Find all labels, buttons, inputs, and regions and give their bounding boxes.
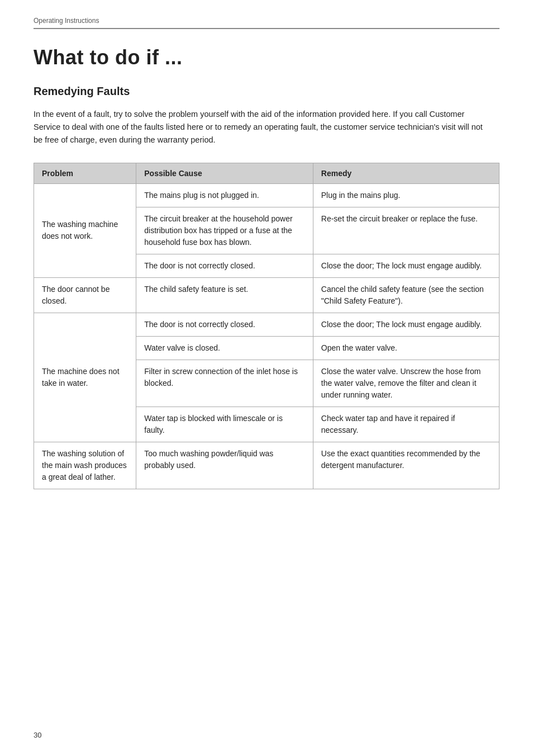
cause-cell: Filter in screw connection of the inlet … (136, 360, 313, 407)
cause-cell: The circuit breaker at the household pow… (136, 207, 313, 254)
cause-cell: Water valve is closed. (136, 336, 313, 360)
col-header-problem: Problem (34, 163, 136, 183)
page-title: What to do if ... (34, 46, 499, 69)
cause-cell: Water tap is blocked with limescale or i… (136, 407, 313, 442)
remedy-cell: Cancel the child safety feature (see the… (313, 277, 499, 313)
header-label: Operating Instructions (34, 17, 99, 25)
cause-cell: Too much washing powder/liquid was proba… (136, 442, 313, 489)
col-header-remedy: Remedy (313, 163, 499, 183)
remedy-cell: Plug in the mains plug. (313, 183, 499, 207)
cause-cell: The door is not correctly closed. (136, 313, 313, 336)
remedy-cell: Open the water valve. (313, 336, 499, 360)
fault-table: Problem Possible Cause Remedy The washin… (34, 163, 499, 489)
table-row: The washing solution of the main wash pr… (34, 442, 499, 489)
cause-cell: The child safety feature is set. (136, 277, 313, 313)
remedy-cell: Re-set the circuit breaker or replace th… (313, 207, 499, 254)
intro-paragraph: In the event of a fault, try to solve th… (34, 108, 492, 147)
table-row: The machine does not take in water.The d… (34, 313, 499, 336)
cause-cell: The door is not correctly closed. (136, 254, 313, 277)
page-header: Operating Instructions (34, 17, 499, 29)
remedy-cell: Close the door; The lock must engage aud… (313, 313, 499, 336)
cause-cell: The mains plug is not plugged in. (136, 183, 313, 207)
table-row: The washing machine does not work.The ma… (34, 183, 499, 207)
table-row: The door cannot be closed.The child safe… (34, 277, 499, 313)
remedy-cell: Use the exact quantities recommended by … (313, 442, 499, 489)
problem-cell: The door cannot be closed. (34, 277, 136, 313)
page: Operating Instructions What to do if ...… (0, 0, 533, 756)
problem-cell: The washing solution of the main wash pr… (34, 442, 136, 489)
problem-cell: The machine does not take in water. (34, 313, 136, 442)
col-header-cause: Possible Cause (136, 163, 313, 183)
remedy-cell: Check water tap and have it repaired if … (313, 407, 499, 442)
problem-cell: The washing machine does not work. (34, 183, 136, 277)
remedy-cell: Close the door; The lock must engage aud… (313, 254, 499, 277)
remedy-cell: Close the water valve. Unscrew the hose … (313, 360, 499, 407)
page-number: 30 (34, 731, 41, 739)
section-title: Remedying Faults (34, 85, 499, 98)
